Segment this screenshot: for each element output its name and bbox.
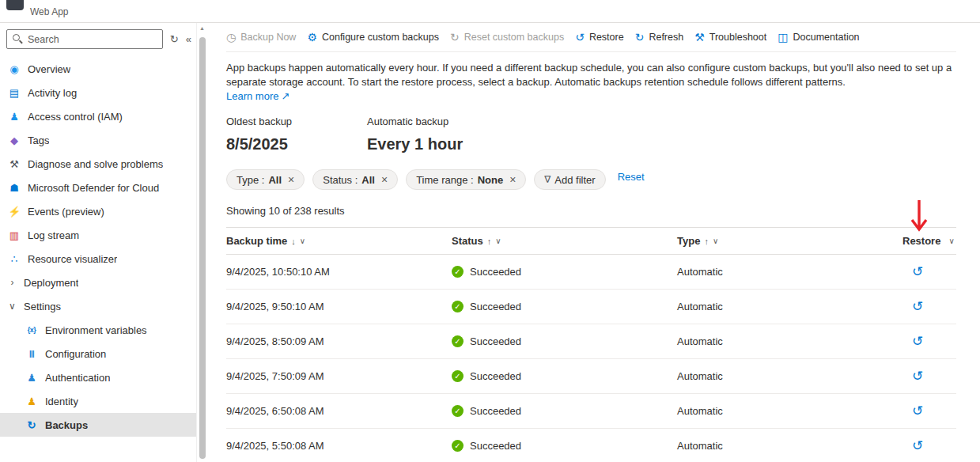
backup-time-cell: 9/4/2025, 8:50:09 AM bbox=[226, 335, 452, 347]
table-row[interactable]: 9/4/2025, 6:50:08 AM ✓ Succeeded Automat… bbox=[226, 394, 956, 429]
sidebar-item[interactable]: ∴ Resource visualizer bbox=[0, 247, 196, 271]
toolbar-button[interactable]: ⚒ Troubleshoot bbox=[694, 32, 766, 43]
filter-pill[interactable]: Time range : None × bbox=[406, 169, 526, 190]
table-row[interactable]: 9/4/2025, 9:50:10 AM ✓ Succeeded Automat… bbox=[226, 290, 956, 324]
sidebar-search-row: ↻ « bbox=[0, 27, 196, 55]
status-cell: ✓ Succeeded bbox=[452, 370, 677, 382]
success-check-icon: ✓ bbox=[452, 335, 464, 347]
type-cell: Automatic bbox=[677, 301, 902, 312]
sidebar-item[interactable]: ◆ Tags bbox=[0, 128, 196, 152]
column-header[interactable]: Backup time ↓ ∨ bbox=[226, 235, 452, 247]
collapse-sidebar-icon[interactable]: « bbox=[186, 34, 191, 44]
table-row[interactable]: 9/4/2025, 5:50:08 AM ✓ Succeeded Automat… bbox=[226, 429, 956, 462]
toolbar-button-label: Configure custom backups bbox=[322, 32, 439, 43]
sidebar-item-label: Authentication bbox=[45, 372, 110, 384]
restore-icon: ↺ bbox=[575, 32, 585, 43]
menu-refresh-icon[interactable]: ↻ bbox=[170, 34, 179, 44]
window-header: Web App bbox=[0, 0, 980, 23]
backups-table: Backup time ↓ ∨ Status ↑ ∨ Type bbox=[226, 227, 956, 462]
sidebar-item[interactable]: ⚡ Events (preview) bbox=[0, 199, 196, 223]
backups-content: ◷ Backup Now ⚙ Configure custom backups … bbox=[207, 23, 980, 462]
diagnose-icon: ⚒ bbox=[7, 159, 21, 169]
backup-time-cell: 9/4/2025, 5:50:08 AM bbox=[226, 440, 452, 452]
toolbar-button[interactable]: ↻ Refresh bbox=[635, 32, 684, 43]
row-restore-button[interactable]: ↺ bbox=[902, 404, 923, 418]
gear-icon: ⚙ bbox=[307, 32, 317, 43]
status-text: Succeeded bbox=[470, 440, 521, 452]
sidebar-item-label: Diagnose and solve problems bbox=[28, 158, 163, 170]
status-text: Succeeded bbox=[470, 301, 521, 312]
sidebar-item[interactable]: ♟ Access control (IAM) bbox=[0, 104, 196, 128]
toolbar-button[interactable]: ◷ Backup Now bbox=[226, 32, 296, 43]
column-header[interactable]: Type ↑ ∨ bbox=[677, 235, 902, 247]
learn-more-link[interactable]: Learn more ↗ bbox=[226, 90, 289, 102]
reset-filters-link[interactable]: Reset bbox=[618, 169, 645, 183]
chevron-down-icon: ∨ bbox=[713, 237, 718, 245]
sidebar-item[interactable]: ⚒ Diagnose and solve problems bbox=[0, 152, 196, 176]
filter-pill[interactable]: Type : All × bbox=[226, 169, 305, 190]
success-check-icon: ✓ bbox=[452, 266, 464, 278]
sidebar-item[interactable]: ♟ Identity bbox=[0, 389, 196, 413]
sidebar-item[interactable]: ▤ Activity log bbox=[0, 81, 196, 104]
sidebar-item-label: Log stream bbox=[28, 229, 79, 241]
sidebar-item-label: Environment variables bbox=[45, 324, 147, 336]
scroll-up-icon[interactable]: ▲ bbox=[199, 25, 205, 31]
sidebar-item[interactable]: ☗ Microsoft Defender for Cloud bbox=[0, 176, 196, 199]
status-text: Succeeded bbox=[470, 405, 521, 417]
sidebar-item[interactable]: ↻ Backups bbox=[0, 413, 196, 437]
table-row[interactable]: 9/4/2025, 7:50:09 AM ✓ Succeeded Automat… bbox=[226, 359, 956, 394]
sidebar-item-label: Overview bbox=[28, 63, 70, 75]
close-icon[interactable]: × bbox=[509, 174, 516, 185]
toolbar-button[interactable]: ◫ Documentation bbox=[778, 32, 859, 43]
documentation-icon: ◫ bbox=[778, 32, 788, 43]
scrollbar-thumb[interactable] bbox=[199, 37, 206, 459]
column-header[interactable]: Status ↑ ∨ bbox=[452, 235, 677, 247]
row-restore-button[interactable]: ↺ bbox=[902, 300, 923, 313]
status-cell: ✓ Succeeded bbox=[452, 266, 677, 278]
sidebar-item[interactable]: ∨ Settings bbox=[0, 294, 196, 318]
authentication-icon: ♟ bbox=[25, 373, 39, 383]
row-restore-button[interactable]: ↺ bbox=[902, 439, 923, 453]
sidebar-item[interactable]: ♟ Authentication bbox=[0, 365, 196, 389]
page-title: Web App bbox=[30, 6, 68, 17]
sidebar-item[interactable]: › Deployment bbox=[0, 271, 196, 294]
sidebar-item[interactable]: ▥ Log stream bbox=[0, 223, 196, 247]
toolbar-button[interactable]: ↺ Restore bbox=[575, 32, 624, 43]
identity-icon: ♟ bbox=[25, 396, 39, 407]
sidebar-item[interactable]: ◉ Overview bbox=[0, 57, 196, 81]
filter-pill-name: Type : bbox=[236, 174, 264, 186]
resource-menu-sidebar: ↻ « ◉ Overview ▤ Activity log bbox=[0, 23, 196, 462]
success-check-icon: ✓ bbox=[452, 405, 464, 417]
tags-icon: ◆ bbox=[7, 135, 21, 146]
column-header[interactable]: Restore ∨ bbox=[902, 235, 956, 247]
troubleshoot-icon: ⚒ bbox=[694, 32, 705, 43]
stat-value: 8/5/2025 bbox=[226, 135, 351, 153]
page-body: ↻ « ◉ Overview ▤ Activity log bbox=[0, 23, 980, 462]
stat-value: Every 1 hour bbox=[367, 135, 492, 153]
type-cell: Automatic bbox=[677, 335, 902, 347]
row-restore-button[interactable]: ↺ bbox=[902, 369, 923, 383]
table-row[interactable]: 9/4/2025, 8:50:09 AM ✓ Succeeded Automat… bbox=[226, 324, 956, 359]
filter-pill[interactable]: Status : All × bbox=[312, 169, 398, 190]
sidebar-item[interactable]: {x} Environment variables bbox=[0, 318, 196, 342]
backup-time-cell: 9/4/2025, 7:50:09 AM bbox=[226, 370, 452, 382]
search-box bbox=[6, 29, 163, 49]
close-icon[interactable]: × bbox=[288, 174, 294, 185]
search-input[interactable] bbox=[6, 29, 163, 49]
row-restore-button[interactable]: ↺ bbox=[902, 265, 923, 278]
table-body: 9/4/2025, 10:50:10 AM ✓ Succeeded Automa… bbox=[226, 255, 956, 462]
close-icon[interactable]: × bbox=[381, 174, 388, 185]
search-icon bbox=[13, 34, 20, 41]
table-row[interactable]: 9/4/2025, 10:50:10 AM ✓ Succeeded Automa… bbox=[226, 255, 956, 290]
chevron-icon: ∨ bbox=[7, 301, 17, 312]
stat: Automatic backup Every 1 hour bbox=[367, 116, 508, 153]
sidebar-item[interactable]: ||| Configuration bbox=[0, 342, 196, 365]
sidebar-scrollbar[interactable]: ▲ bbox=[196, 23, 207, 462]
add-filter-button[interactable]: ∇ Add filter bbox=[534, 169, 605, 190]
status-text: Succeeded bbox=[470, 335, 521, 347]
toolbar-button[interactable]: ↻ Reset custom backups bbox=[450, 32, 564, 43]
row-restore-button[interactable]: ↺ bbox=[902, 335, 923, 348]
success-check-icon: ✓ bbox=[452, 370, 464, 382]
type-cell: Automatic bbox=[677, 370, 902, 382]
toolbar-button[interactable]: ⚙ Configure custom backups bbox=[307, 32, 439, 43]
